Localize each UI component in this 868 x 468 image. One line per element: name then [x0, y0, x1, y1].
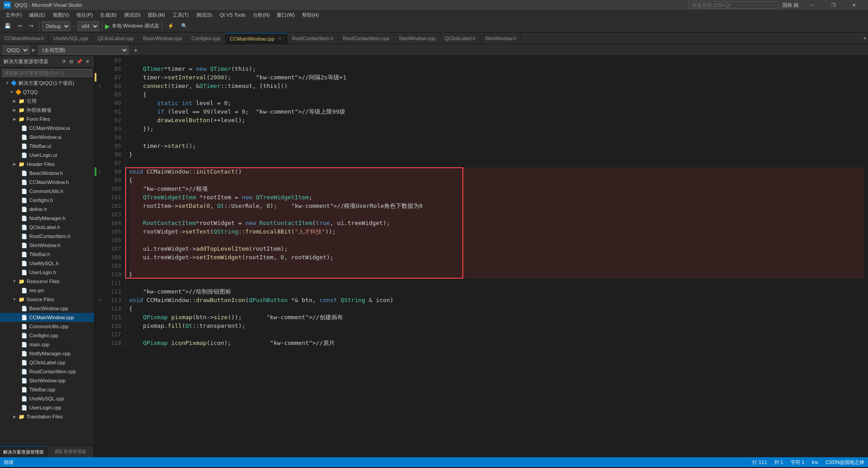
tree-node-QClickLabelh[interactable]: 📄QClickLabel.h: [0, 223, 94, 232]
tree-node-UseMySQLcpp[interactable]: 📄UseMySQL.cpp: [0, 394, 94, 403]
tree-node-SkinWindowui[interactable]: 📄SkinWindow.ui: [0, 133, 94, 142]
tree-node-SourceFiles[interactable]: ▼📁Source Files: [0, 295, 94, 304]
fold-marker[interactable]: ⊖: [96, 167, 103, 176]
tree-node-ConfigInih[interactable]: 📄ConfigIni.h: [0, 196, 94, 205]
tab-2[interactable]: QClickLabel.cpp: [93, 33, 138, 44]
tree-arrow[interactable]: ▶: [11, 414, 18, 419]
menu-item-W[interactable]: 窗口(W): [273, 10, 298, 20]
tree-node-NotifyManagercpp[interactable]: 📄NotifyManager.cpp: [0, 349, 94, 358]
sidebar-close-button[interactable]: ✕: [84, 58, 91, 66]
sidebar-tab-solution[interactable]: 解决方案资源管理器: [0, 446, 47, 457]
tree-arrow[interactable]: ▶: [11, 162, 18, 166]
tree-arrow[interactable]: ▶: [11, 99, 18, 103]
toolbar-extra-1[interactable]: ⚡: [165, 21, 177, 31]
tree-node-TitleBarh[interactable]: 📄TitleBar.h: [0, 250, 94, 259]
code-scroll[interactable]: ⊖⊖⊖ 858687888990919293949596979899100101…: [95, 56, 868, 457]
fold-marker[interactable]: ⊖: [96, 296, 103, 304]
tree-node-CommonUtilscpp[interactable]: 📄CommonUtils.cpp: [0, 322, 94, 331]
quick-search-input[interactable]: [689, 1, 779, 9]
tree-arrow[interactable]: ▼: [4, 81, 11, 85]
tab-10[interactable]: SkinWindow.h: [480, 33, 521, 44]
menu-item-V[interactable]: 视图(V): [49, 10, 73, 20]
tab-6[interactable]: RootContactItem.h: [288, 33, 338, 44]
tree-node-defineh[interactable]: 📄define.h: [0, 205, 94, 214]
tree-node-[interactable]: ▶📁引用: [0, 96, 94, 106]
tree-node-FormFiles[interactable]: ▶📁Form Files: [0, 115, 94, 124]
tree-arrow[interactable]: ▼: [8, 90, 15, 94]
menu-item-QtVSTools[interactable]: Qt VS Tools: [216, 10, 249, 20]
sidebar-sync-button[interactable]: ⟳: [61, 58, 67, 66]
tree-node-icon: 📁: [18, 161, 25, 167]
tree-node-TranslationFiles[interactable]: ▶📁Translation Files: [0, 412, 94, 421]
run-button[interactable]: ▶: [105, 23, 110, 30]
platform-dropdown[interactable]: x64: [78, 21, 99, 31]
tree-arrow[interactable]: ▶: [11, 117, 18, 121]
tree-node-CCMainWindowh[interactable]: 📄CCMainWindow.h: [0, 178, 94, 187]
menu-item-D[interactable]: 调试(D): [120, 10, 144, 20]
tab-8[interactable]: SkinWindow.cpp: [394, 33, 440, 44]
tree-node-RootContactItemh[interactable]: 📄RootContactItem.h: [0, 232, 94, 241]
tree-node-maincpp[interactable]: 📄main.cpp: [0, 340, 94, 349]
toolbar-save[interactable]: 💾: [2, 21, 14, 31]
tree-arrow[interactable]: ▼: [11, 279, 18, 284]
config-dropdown[interactable]: Debug: [42, 21, 70, 31]
tree-node-CommonUtilsh[interactable]: 📄CommonUtils.h: [0, 187, 94, 196]
toolbar-undo[interactable]: ↩: [15, 21, 25, 31]
code-content[interactable]: QTimer*timer = new QTimer(this); timer->…: [125, 56, 868, 347]
tab-0[interactable]: CCMainWindow.h: [0, 33, 49, 44]
sidebar-pin-button[interactable]: 📌: [75, 58, 83, 66]
fold-marker[interactable]: ⊖: [96, 82, 103, 90]
tree-node-ConfigInicpp[interactable]: 📄ConfigIni.cpp: [0, 331, 94, 340]
tab-7[interactable]: RootContactItem.cpp: [338, 33, 394, 44]
tab-4[interactable]: ConfigIni.cpp: [187, 33, 225, 44]
tree-node-NotifyManagerh[interactable]: 📄NotifyManager.h: [0, 214, 94, 223]
tab-3[interactable]: BasicWindow.cpp: [139, 33, 187, 44]
menu-item-H[interactable]: 帮助(H): [298, 10, 322, 20]
tree-node-CCMainWindowui[interactable]: 📄CCMainWindow.ui: [0, 124, 94, 133]
tree-node-TitleBarcpp[interactable]: 📄TitleBar.cpp: [0, 385, 94, 394]
tree-root[interactable]: ▼🔷解决方案'QtQQ'(1个项目): [0, 78, 94, 87]
tree-node-UserLoginui[interactable]: 📄UserLogin.ui: [0, 151, 94, 160]
restore-button[interactable]: ❐: [823, 0, 844, 10]
tree-node-CCMainWindowcpp[interactable]: 📄CCMainWindow.cpp: [0, 313, 94, 322]
tree-node-UserLoginh[interactable]: 📄UserLogin.h: [0, 268, 94, 277]
tree-node-TitleBarui[interactable]: 📄TitleBar.ui: [0, 142, 94, 151]
tree-node-ResourceFiles[interactable]: ▼📁Resource Files: [0, 277, 94, 286]
tree-node-UseMySQLh[interactable]: 📄UseMySQL.h: [0, 259, 94, 268]
tree-arrow[interactable]: ▶: [11, 108, 18, 112]
tree-node-QClickLabelcpp[interactable]: 📄QClickLabel.cpp: [0, 358, 94, 367]
tab-close-5[interactable]: ×: [277, 36, 283, 41]
tree-node-BasicWindowcpp[interactable]: 📄BasicWindow.cpp: [0, 304, 94, 313]
menu-item-S[interactable]: 测试(S): [192, 10, 216, 20]
menu-item-T[interactable]: 工具(T): [169, 10, 192, 20]
menu-item-E[interactable]: 编辑(E): [25, 10, 49, 20]
tree-node-RootContactItemcpp[interactable]: 📄RootContactItem.cpp: [0, 367, 94, 376]
tab-9[interactable]: QClickLabel.h: [440, 33, 480, 44]
tree-node-SkinWindowh[interactable]: 📄SkinWindow.h: [0, 241, 94, 250]
menu-item-N[interactable]: 分析(N): [249, 10, 273, 20]
tab-1[interactable]: UseMySQL.cpp: [49, 33, 93, 44]
tab-overflow-button[interactable]: »: [862, 32, 868, 44]
toolbar-extra-2[interactable]: 🔍: [178, 21, 190, 31]
tree-project[interactable]: ▼🔶QTQQ: [0, 87, 94, 96]
sidebar-tab-team[interactable]: 团队资源管理器: [47, 446, 95, 457]
sidebar-collapse-button[interactable]: ⊟: [68, 58, 74, 66]
menu-item-M[interactable]: 团队(M): [144, 10, 169, 20]
tree-node-SkinWindowcpp[interactable]: 📄SkinWindow.cpp: [0, 376, 94, 385]
menu-item-F[interactable]: 文件(F): [2, 10, 25, 20]
menu-item-P[interactable]: 项目(P): [73, 10, 96, 20]
tree-node-HeaderFiles[interactable]: ▶📁Header Files: [0, 160, 94, 169]
range-dropdown[interactable]: (全局范围): [38, 46, 128, 55]
tree-node-BasicWindowh[interactable]: 📄BasicWindow.h: [0, 169, 94, 178]
tree-node-resqrc[interactable]: 📄res.qrc: [0, 286, 94, 295]
toolbar-redo[interactable]: ↪: [27, 21, 36, 31]
scope-dropdown[interactable]: QtQQ: [3, 46, 29, 55]
tab-5[interactable]: CCMainWindow.cpp×: [225, 33, 288, 44]
tree-arrow[interactable]: ▼: [11, 297, 18, 302]
menu-item-B[interactable]: 生成(B): [96, 10, 120, 20]
sidebar-search-input[interactable]: [2, 69, 92, 77]
tree-node-[interactable]: ▶📁外部依赖项: [0, 106, 94, 115]
close-button[interactable]: ✕: [844, 0, 864, 10]
minimize-button[interactable]: ─: [802, 0, 823, 10]
tree-node-UserLogincpp[interactable]: 📄UserLogin.cpp: [0, 403, 94, 412]
